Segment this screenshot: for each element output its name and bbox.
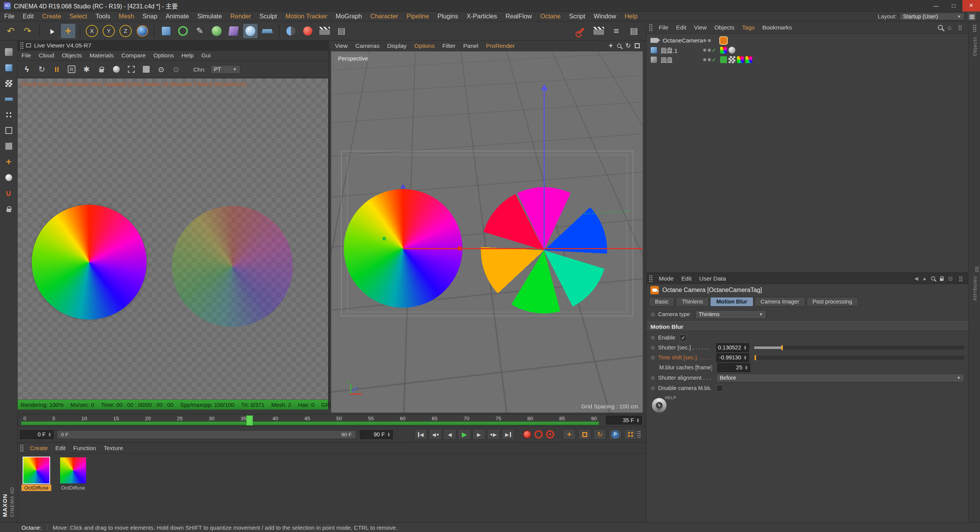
current-frame-box[interactable]: 35 F ▲▼: [606, 416, 642, 424]
home-icon[interactable]: ⌂: [947, 24, 951, 31]
object-manager-menu-item[interactable]: Tags: [738, 24, 759, 31]
region-render-button[interactable]: [125, 63, 137, 75]
panel-grip-icon[interactable]: [649, 275, 653, 282]
history-up-icon[interactable]: ▲: [922, 276, 927, 281]
toggle-view-icon[interactable]: [635, 43, 640, 48]
record-parameter-toggle[interactable]: P: [609, 429, 622, 440]
material-menu-item[interactable]: Create: [26, 445, 52, 452]
octane-logo-button[interactable]: ϟ: [21, 63, 33, 75]
menu-item[interactable]: Select: [65, 13, 91, 20]
menu-item[interactable]: Render: [226, 13, 255, 20]
points-mode-button[interactable]: [3, 109, 15, 121]
menu-item[interactable]: Plugins: [433, 13, 462, 20]
render-view-button[interactable]: [300, 23, 315, 39]
anim-dot-icon[interactable]: [651, 313, 655, 316]
symmetry-button[interactable]: [283, 23, 299, 39]
x-axis-line[interactable]: [403, 248, 643, 249]
texture-tag-icon[interactable]: [720, 47, 727, 54]
strip-grip-icon[interactable]: [973, 24, 977, 32]
camera-type-dropdown[interactable]: Thinlens▼: [695, 310, 766, 319]
minimize-button[interactable]: —: [927, 0, 945, 11]
material-menu-item[interactable]: Texture: [100, 445, 127, 452]
viewport-menu-item[interactable]: ProRender: [482, 42, 519, 49]
quantize-lock-button[interactable]: [3, 203, 15, 215]
material-item[interactable]: OctDiffuse: [57, 457, 89, 491]
menu-item[interactable]: Animate: [162, 13, 193, 20]
stepper-icon[interactable]: ▲▼: [743, 345, 747, 350]
viewport-menu-item[interactable]: Options: [410, 42, 438, 49]
prev-key-button[interactable]: ◀: [429, 429, 442, 440]
anim-dot-icon[interactable]: [651, 346, 655, 349]
object-manager-menu-item[interactable]: View: [690, 24, 710, 31]
subsample-button[interactable]: [110, 63, 122, 75]
panel-grip-icon[interactable]: [637, 431, 641, 438]
workplane-button[interactable]: [260, 23, 275, 39]
attribute-tab[interactable]: Camera Imager: [755, 297, 805, 307]
material-menu-item[interactable]: Edit: [52, 445, 70, 452]
play-button[interactable]: ▶: [458, 429, 471, 440]
maximize-button[interactable]: □: [945, 0, 962, 11]
stepper-icon[interactable]: ▲▼: [743, 355, 747, 360]
add-generator-button[interactable]: [209, 23, 224, 39]
menu-item[interactable]: File: [0, 13, 19, 20]
lv-settings-button[interactable]: ✱: [80, 63, 93, 75]
enabled-check-icon[interactable]: ✓: [712, 56, 717, 63]
menu-item[interactable]: Simulate: [193, 13, 226, 20]
snap-toggle-button[interactable]: ∪: [3, 187, 15, 199]
move-tool[interactable]: +: [60, 23, 76, 39]
pick-material-button[interactable]: ⊙: [155, 63, 167, 75]
workplane-mode-button[interactable]: [3, 93, 15, 105]
pen-tool-button[interactable]: ✎: [192, 23, 207, 39]
live-viewer-menu-item[interactable]: Gui: [198, 52, 214, 59]
octane-camera-tag-icon[interactable]: [720, 37, 727, 44]
attribute-tab[interactable]: Motion Blur: [710, 297, 753, 307]
goto-end-button[interactable]: ▶: [501, 429, 514, 440]
record-scale-toggle[interactable]: [578, 429, 591, 440]
menu-item[interactable]: Snap: [138, 13, 162, 20]
attribute-menu-item[interactable]: Mode: [655, 275, 678, 282]
slider-handle[interactable]: [781, 345, 783, 350]
viewport-menu-item[interactable]: Display: [383, 42, 410, 49]
material-thumbnail[interactable]: [23, 457, 49, 483]
record-position-toggle[interactable]: +: [563, 429, 576, 440]
next-frame-button[interactable]: ▶: [472, 429, 485, 440]
viewport-menu-item[interactable]: View: [331, 42, 351, 49]
menu-item[interactable]: Create: [38, 13, 65, 20]
live-viewer-menu-item[interactable]: Materials: [86, 52, 118, 59]
coordinate-system-button[interactable]: [135, 23, 150, 39]
menu-item[interactable]: Edit: [19, 13, 38, 20]
object-manager-menu-item[interactable]: Bookmarks: [758, 24, 796, 31]
pick-focus-button[interactable]: ⊙: [170, 63, 182, 75]
record-keyframe-button[interactable]: [523, 430, 531, 439]
viewport-solo-button[interactable]: [3, 171, 15, 184]
stepper-icon[interactable]: ▲▼: [744, 365, 748, 370]
polygons-mode-button[interactable]: [3, 140, 15, 152]
octane-sliders-button[interactable]: ≡: [609, 23, 624, 39]
panel-grip-icon[interactable]: [20, 42, 24, 49]
menu-item[interactable]: Tools: [91, 13, 114, 20]
menu-item[interactable]: Script: [565, 13, 590, 20]
panel-grip-icon[interactable]: [649, 24, 653, 31]
octane-render-button[interactable]: [591, 23, 606, 39]
picture-viewer-button[interactable]: ▤: [334, 23, 349, 39]
live-viewer-menu-item[interactable]: Help: [178, 52, 198, 59]
object-manager-menu-item[interactable]: Objects: [710, 24, 738, 31]
texture-tag-icon[interactable]: [737, 56, 744, 63]
model-mode-button[interactable]: [3, 62, 15, 74]
menu-item[interactable]: X-Particles: [462, 13, 501, 20]
target-icon[interactable]: ⊙: [948, 275, 953, 282]
panel-menu-icon[interactable]: [959, 276, 963, 281]
attribute-tab[interactable]: Post processing: [807, 297, 858, 307]
live-viewer-menu-item[interactable]: Cloud: [35, 52, 58, 59]
menu-item[interactable]: Character: [366, 13, 402, 20]
octane-film-settings-button[interactable]: ▤: [626, 23, 642, 39]
menu-item[interactable]: Mesh: [114, 13, 138, 20]
object-row-disc[interactable]: 圆盘 ✓: [647, 55, 968, 64]
phong-tag-icon[interactable]: [728, 47, 735, 54]
live-viewer-canvas[interactable]: Check:0ms /3ms MeshGen:0ms Update[C]:0ms…: [18, 78, 328, 400]
live-selection-tool[interactable]: ▲: [44, 23, 59, 39]
strip-grip-icon[interactable]: [975, 266, 979, 272]
octane-settings-button[interactable]: [573, 23, 589, 39]
menu-item[interactable]: Sculpt: [255, 13, 281, 20]
record-pla-toggle[interactable]: [624, 429, 637, 440]
